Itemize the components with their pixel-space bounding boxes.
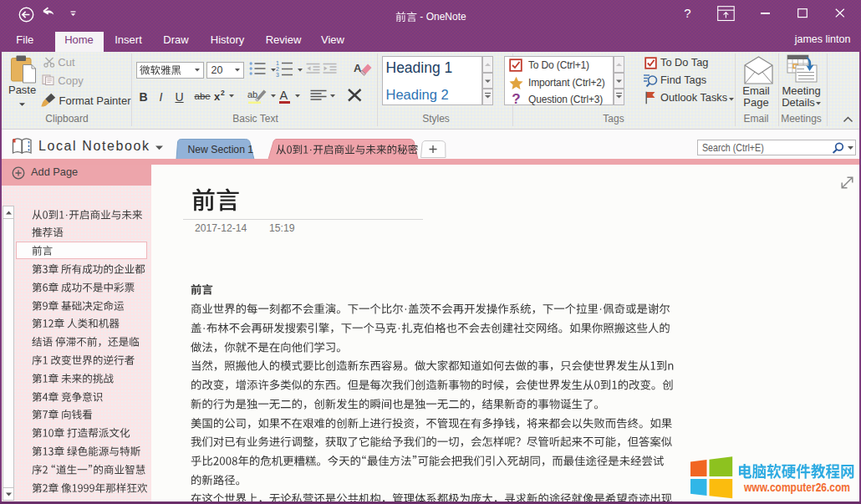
svg-text:1: 1	[276, 60, 279, 66]
svg-text:ab: ab	[247, 89, 257, 99]
svg-text:3: 3	[276, 72, 279, 78]
svg-text:2: 2	[276, 66, 279, 72]
svg-text:A: A	[354, 62, 362, 74]
